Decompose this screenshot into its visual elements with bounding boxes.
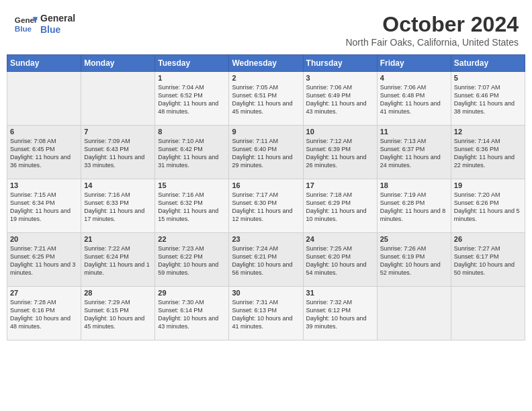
day-info: Sunrise: 7:17 AM Sunset: 6:30 PM Dayligh… — [232, 191, 300, 224]
calendar-day: 15Sunrise: 7:16 AM Sunset: 6:32 PM Dayli… — [155, 179, 229, 233]
day-number: 2 — [232, 74, 300, 82]
svg-text:Blue: Blue — [15, 24, 32, 33]
calendar-day: 19Sunrise: 7:20 AM Sunset: 6:26 PM Dayli… — [451, 179, 525, 233]
day-number: 31 — [306, 289, 374, 297]
calendar-day: 30Sunrise: 7:31 AM Sunset: 6:13 PM Dayli… — [229, 287, 303, 340]
weekday-header: Tuesday — [155, 55, 229, 72]
calendar-day — [81, 72, 155, 126]
day-info: Sunrise: 7:16 AM Sunset: 6:33 PM Dayligh… — [84, 191, 152, 224]
day-info: Sunrise: 7:06 AM Sunset: 6:49 PM Dayligh… — [306, 83, 374, 116]
day-number: 19 — [454, 181, 522, 189]
calendar-day — [451, 287, 525, 340]
page-header: General Blue General Blue October 2024 N… — [7, 7, 525, 50]
day-info: Sunrise: 7:19 AM Sunset: 6:28 PM Dayligh… — [380, 191, 448, 224]
day-number: 14 — [84, 181, 152, 189]
month-title: October 2024 — [345, 12, 519, 37]
day-info: Sunrise: 7:07 AM Sunset: 6:46 PM Dayligh… — [454, 83, 522, 116]
calendar-day: 20Sunrise: 7:21 AM Sunset: 6:25 PM Dayli… — [7, 233, 81, 287]
day-number: 13 — [10, 181, 78, 189]
calendar-week: 20Sunrise: 7:21 AM Sunset: 6:25 PM Dayli… — [7, 233, 525, 287]
day-number: 9 — [232, 128, 300, 136]
day-info: Sunrise: 7:30 AM Sunset: 6:14 PM Dayligh… — [158, 298, 226, 331]
day-info: Sunrise: 7:12 AM Sunset: 6:39 PM Dayligh… — [306, 137, 374, 170]
day-number: 20 — [10, 235, 78, 243]
weekday-row: SundayMondayTuesdayWednesdayThursdayFrid… — [7, 55, 525, 72]
calendar-day: 22Sunrise: 7:23 AM Sunset: 6:22 PM Dayli… — [155, 233, 229, 287]
day-number: 16 — [232, 181, 300, 189]
day-number: 26 — [454, 235, 522, 243]
day-number: 7 — [84, 128, 152, 136]
day-number: 28 — [84, 289, 152, 297]
day-number: 11 — [380, 128, 448, 136]
calendar-day: 9Sunrise: 7:11 AM Sunset: 6:40 PM Daylig… — [229, 126, 303, 179]
day-info: Sunrise: 7:16 AM Sunset: 6:32 PM Dayligh… — [158, 191, 226, 224]
day-number: 27 — [10, 289, 78, 297]
calendar-day: 10Sunrise: 7:12 AM Sunset: 6:39 PM Dayli… — [303, 126, 377, 179]
calendar-week: 13Sunrise: 7:15 AM Sunset: 6:34 PM Dayli… — [7, 179, 525, 233]
day-number: 15 — [158, 181, 226, 189]
calendar-week: 27Sunrise: 7:28 AM Sunset: 6:16 PM Dayli… — [7, 287, 525, 340]
calendar-day: 16Sunrise: 7:17 AM Sunset: 6:30 PM Dayli… — [229, 179, 303, 233]
calendar-day: 18Sunrise: 7:19 AM Sunset: 6:28 PM Dayli… — [377, 179, 451, 233]
calendar-day: 31Sunrise: 7:32 AM Sunset: 6:12 PM Dayli… — [303, 287, 377, 340]
day-info: Sunrise: 7:20 AM Sunset: 6:26 PM Dayligh… — [454, 191, 522, 224]
calendar-day: 12Sunrise: 7:14 AM Sunset: 6:36 PM Dayli… — [451, 126, 525, 179]
calendar-week: 1Sunrise: 7:04 AM Sunset: 6:52 PM Daylig… — [7, 72, 525, 126]
day-number: 17 — [306, 181, 374, 189]
calendar-day: 24Sunrise: 7:25 AM Sunset: 6:20 PM Dayli… — [303, 233, 377, 287]
day-info: Sunrise: 7:06 AM Sunset: 6:48 PM Dayligh… — [380, 83, 448, 116]
day-info: Sunrise: 7:09 AM Sunset: 6:43 PM Dayligh… — [84, 137, 152, 170]
calendar-week: 6Sunrise: 7:08 AM Sunset: 6:45 PM Daylig… — [7, 126, 525, 179]
weekday-header: Sunday — [7, 55, 81, 72]
calendar-day: 13Sunrise: 7:15 AM Sunset: 6:34 PM Dayli… — [7, 179, 81, 233]
day-number: 1 — [158, 74, 226, 82]
logo-line2: Blue — [40, 24, 75, 36]
weekday-header: Friday — [377, 55, 451, 72]
day-info: Sunrise: 7:28 AM Sunset: 6:16 PM Dayligh… — [10, 298, 78, 331]
day-info: Sunrise: 7:24 AM Sunset: 6:21 PM Dayligh… — [232, 244, 300, 277]
calendar-day: 23Sunrise: 7:24 AM Sunset: 6:21 PM Dayli… — [229, 233, 303, 287]
logo: General Blue General Blue — [13, 12, 75, 36]
calendar-day: 5Sunrise: 7:07 AM Sunset: 6:46 PM Daylig… — [451, 72, 525, 126]
calendar-day — [377, 287, 451, 340]
day-number: 4 — [380, 74, 448, 82]
day-number: 24 — [306, 235, 374, 243]
calendar-day — [7, 72, 81, 126]
day-number: 25 — [380, 235, 448, 243]
calendar-day: 1Sunrise: 7:04 AM Sunset: 6:52 PM Daylig… — [155, 72, 229, 126]
calendar-day: 2Sunrise: 7:05 AM Sunset: 6:51 PM Daylig… — [229, 72, 303, 126]
calendar-day: 11Sunrise: 7:13 AM Sunset: 6:37 PM Dayli… — [377, 126, 451, 179]
weekday-header: Thursday — [303, 55, 377, 72]
day-info: Sunrise: 7:27 AM Sunset: 6:17 PM Dayligh… — [454, 244, 522, 277]
calendar-day: 6Sunrise: 7:08 AM Sunset: 6:45 PM Daylig… — [7, 126, 81, 179]
calendar-day: 29Sunrise: 7:30 AM Sunset: 6:14 PM Dayli… — [155, 287, 229, 340]
day-info: Sunrise: 7:18 AM Sunset: 6:29 PM Dayligh… — [306, 191, 374, 224]
calendar-day: 27Sunrise: 7:28 AM Sunset: 6:16 PM Dayli… — [7, 287, 81, 340]
day-number: 22 — [158, 235, 226, 243]
day-info: Sunrise: 7:10 AM Sunset: 6:42 PM Dayligh… — [158, 137, 226, 170]
day-info: Sunrise: 7:25 AM Sunset: 6:20 PM Dayligh… — [306, 244, 374, 277]
calendar-day: 7Sunrise: 7:09 AM Sunset: 6:43 PM Daylig… — [81, 126, 155, 179]
weekday-header: Wednesday — [229, 55, 303, 72]
day-number: 10 — [306, 128, 374, 136]
day-info: Sunrise: 7:13 AM Sunset: 6:37 PM Dayligh… — [380, 137, 448, 170]
day-number: 12 — [454, 128, 522, 136]
day-info: Sunrise: 7:21 AM Sunset: 6:25 PM Dayligh… — [10, 244, 78, 277]
title-block: October 2024 North Fair Oaks, California… — [345, 12, 519, 48]
calendar-day: 17Sunrise: 7:18 AM Sunset: 6:29 PM Dayli… — [303, 179, 377, 233]
calendar-day: 25Sunrise: 7:26 AM Sunset: 6:19 PM Dayli… — [377, 233, 451, 287]
weekday-header: Monday — [81, 55, 155, 72]
day-info: Sunrise: 7:32 AM Sunset: 6:12 PM Dayligh… — [306, 298, 374, 331]
day-info: Sunrise: 7:15 AM Sunset: 6:34 PM Dayligh… — [10, 191, 78, 224]
day-info: Sunrise: 7:29 AM Sunset: 6:15 PM Dayligh… — [84, 298, 152, 331]
day-info: Sunrise: 7:04 AM Sunset: 6:52 PM Dayligh… — [158, 83, 226, 116]
location-title: North Fair Oaks, California, United Stat… — [345, 37, 519, 48]
day-info: Sunrise: 7:08 AM Sunset: 6:45 PM Dayligh… — [10, 137, 78, 170]
calendar-body: 1Sunrise: 7:04 AM Sunset: 6:52 PM Daylig… — [7, 72, 525, 340]
calendar-day: 14Sunrise: 7:16 AM Sunset: 6:33 PM Dayli… — [81, 179, 155, 233]
day-info: Sunrise: 7:26 AM Sunset: 6:19 PM Dayligh… — [380, 244, 448, 277]
calendar-table: SundayMondayTuesdayWednesdayThursdayFrid… — [7, 54, 525, 340]
day-info: Sunrise: 7:05 AM Sunset: 6:51 PM Dayligh… — [232, 83, 300, 116]
day-info: Sunrise: 7:11 AM Sunset: 6:40 PM Dayligh… — [232, 137, 300, 170]
calendar-day: 26Sunrise: 7:27 AM Sunset: 6:17 PM Dayli… — [451, 233, 525, 287]
